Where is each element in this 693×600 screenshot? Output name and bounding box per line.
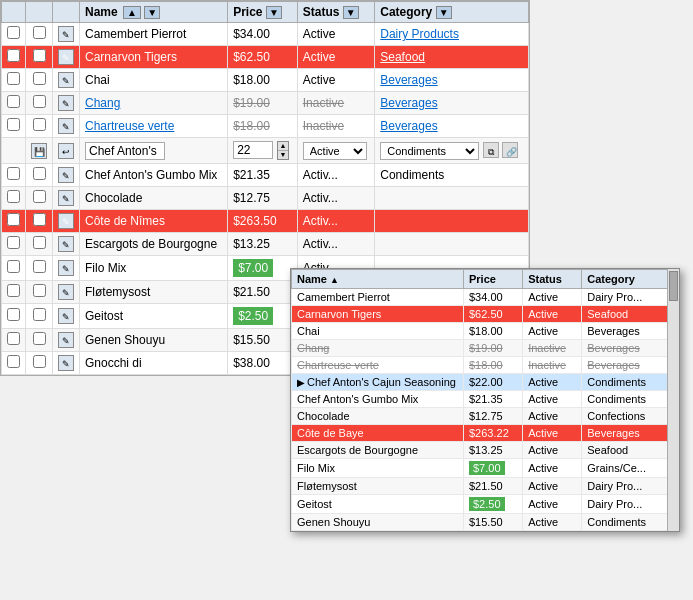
main-table-row[interactable]: ✎Escargots de Bourgogne$13.25Activ... [2,233,529,256]
edit-icon[interactable]: ✎ [58,167,74,183]
row-action-icon[interactable]: ✎ [53,23,80,46]
col-price-header[interactable]: Price ▼ [228,2,298,23]
row-action-icon[interactable]: ✎ [53,329,80,352]
edit-icon[interactable]: ✎ [58,95,74,111]
row-check2[interactable] [26,92,53,115]
popup-col-name[interactable]: Name ▲ [292,270,464,289]
col-category-header[interactable]: Category ▼ [375,2,529,23]
row-check1[interactable] [2,210,26,233]
row-check1[interactable] [2,23,26,46]
edit-icon[interactable]: ✎ [58,190,74,206]
row-check2[interactable] [26,23,53,46]
edit-icon[interactable]: ✎ [58,236,74,252]
main-table-row[interactable]: ✎Chocolade$12.75Activ... [2,187,529,210]
name-sort-btn[interactable]: ▲ [123,6,141,19]
row-check1[interactable] [2,304,26,329]
save-icon[interactable]: 💾 [31,143,47,159]
row-check2[interactable]: 💾 [26,138,53,164]
popup-table-row[interactable]: Geitost$2.50ActiveDairy Pro... [292,495,679,514]
status-filter-btn[interactable]: ▼ [343,6,359,19]
row-price-input[interactable] [233,141,273,159]
edit-icon[interactable]: ✎ [58,213,74,229]
main-table-row[interactable]: ✎Chartreuse verte$18.00InactiveBeverages [2,115,529,138]
main-table-row[interactable]: ✎Chang$19.00InactiveBeverages [2,92,529,115]
popup-table-row[interactable]: Chef Anton's Gumbo Mix$21.35ActiveCondim… [292,391,679,408]
row-check1[interactable] [2,115,26,138]
row-check1[interactable] [2,164,26,187]
row-check2[interactable] [26,281,53,304]
spinner-down[interactable]: ▼ [278,151,289,159]
row-check2[interactable] [26,115,53,138]
popup-table-row[interactable]: Escargots de Bourgogne$13.25ActiveSeafoo… [292,442,679,459]
edit-icon[interactable]: ✎ [58,26,74,42]
row-action-icon[interactable]: ✎ [53,281,80,304]
row-check2[interactable] [26,164,53,187]
row-check1[interactable] [2,352,26,375]
row-action-icon[interactable]: ✎ [53,256,80,281]
row-name[interactable]: Chartreuse verte [85,119,174,133]
row-category-select[interactable]: CondimentsBeveragesDairy Products [380,142,479,160]
popup-scrollbar-thumb[interactable] [669,271,678,301]
delete-icon[interactable]: 🔗 [502,142,518,158]
row-check2[interactable] [26,304,53,329]
row-action-icon[interactable]: ✎ [53,304,80,329]
row-category[interactable]: Seafood [380,50,425,64]
row-check1[interactable] [2,187,26,210]
row-name[interactable]: Chang [85,96,120,110]
popup-table-row[interactable]: Camembert Pierrot$34.00ActiveDairy Pro..… [292,289,679,306]
price-filter-btn[interactable]: ▼ [266,6,282,19]
row-name-input[interactable] [85,142,165,160]
main-table-row[interactable]: 💾↩ ▲▼ActiveInactiveCondimentsBeveragesDa… [2,138,529,164]
row-check1[interactable] [2,281,26,304]
price-spinner[interactable]: ▲▼ [277,141,290,160]
edit-icon[interactable]: ✎ [58,118,74,134]
col-name-header[interactable]: Name ▲ ▼ [80,2,228,23]
row-check2[interactable] [26,352,53,375]
popup-table-row[interactable]: Genen Shouyu$15.50ActiveCondiments [292,514,679,531]
popup-col-category[interactable]: Category [582,270,679,289]
row-check1[interactable] [2,329,26,352]
edit-icon[interactable]: ✎ [58,355,74,371]
popup-table-row[interactable]: Chang$19.00InactiveBeverages [292,340,679,357]
main-table-row[interactable]: ✎Côte de Nîmes$263.50Activ... [2,210,529,233]
edit-icon[interactable]: ✎ [58,332,74,348]
row-check1[interactable] [2,69,26,92]
row-check2[interactable] [26,233,53,256]
row-action-icon[interactable]: ✎ [53,233,80,256]
popup-table-row[interactable]: Filo Mix$7.00ActiveGrains/Ce... [292,459,679,478]
row-check2[interactable] [26,256,53,281]
edit-icon[interactable]: ✎ [58,49,74,65]
main-table-row[interactable]: ✎Carnarvon Tigers$62.50ActiveSeafood [2,46,529,69]
row-action-icon[interactable]: ✎ [53,92,80,115]
row-check2[interactable] [26,46,53,69]
row-check1[interactable] [2,233,26,256]
copy-icon[interactable]: ⧉ [483,142,499,158]
popup-table-row[interactable]: Chocolade$12.75ActiveConfections [292,408,679,425]
edit-icon[interactable]: ✎ [58,72,74,88]
popup-col-status[interactable]: Status [523,270,582,289]
row-action-icon[interactable]: ↩ [53,138,80,164]
edit-icon[interactable]: ✎ [58,308,74,324]
row-status-select[interactable]: ActiveInactive [303,142,367,160]
main-table-row[interactable]: ✎Chai$18.00ActiveBeverages [2,69,529,92]
row-action-icon[interactable]: ✎ [53,115,80,138]
main-table-row[interactable]: ✎Camembert Pierrot$34.00ActiveDairy Prod… [2,23,529,46]
row-check2[interactable] [26,329,53,352]
name-filter-btn[interactable]: ▼ [144,6,160,19]
popup-scrollbar[interactable] [667,269,679,531]
row-check1[interactable] [2,46,26,69]
popup-table-row[interactable]: Fløtemysost$21.50ActiveDairy Pro... [292,478,679,495]
edit-icon[interactable]: ✎ [58,284,74,300]
row-check2[interactable] [26,187,53,210]
row-action-icon[interactable]: ✎ [53,69,80,92]
col-status-header[interactable]: Status ▼ [297,2,375,23]
main-table-row[interactable]: ✎Chef Anton's Gumbo Mix$21.35Activ...Con… [2,164,529,187]
row-category[interactable]: Dairy Products [380,27,459,41]
row-action-icon[interactable]: ✎ [53,187,80,210]
popup-table-row[interactable]: ▶Chef Anton's Cajun Seasoning$22.00Activ… [292,374,679,391]
popup-table-row[interactable]: Carnarvon Tigers$62.50ActiveSeafood [292,306,679,323]
category-filter-btn[interactable]: ▼ [436,6,452,19]
row-action-icon[interactable]: ✎ [53,210,80,233]
row-category[interactable]: Beverages [380,96,437,110]
row-action-icon[interactable]: ✎ [53,352,80,375]
